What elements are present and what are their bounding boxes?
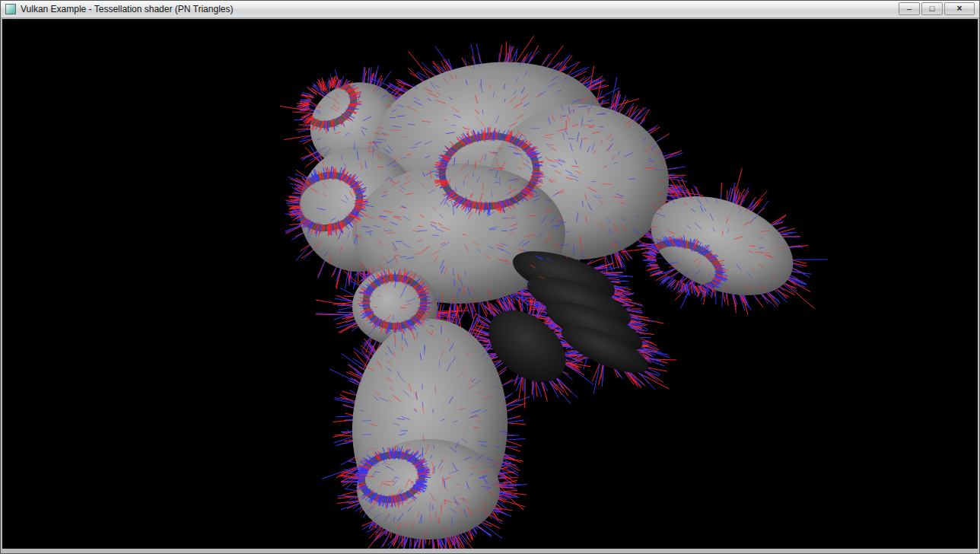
render-viewport[interactable] <box>2 19 978 549</box>
title-bar[interactable]: Vulkan Example - Tessellation shader (PN… <box>1 1 979 18</box>
minimize-button[interactable]: – <box>899 2 920 15</box>
render-client-area <box>2 19 978 549</box>
app-icon[interactable] <box>5 4 16 14</box>
caption-buttons: – □ × <box>897 2 975 15</box>
app-window: Vulkan Example - Tessellation shader (PN… <box>0 0 980 554</box>
window-title: Vulkan Example - Tessellation shader (PN… <box>21 1 976 18</box>
minimize-icon: – <box>907 5 912 13</box>
maximize-icon: □ <box>930 5 935 13</box>
close-button[interactable]: × <box>944 2 975 15</box>
maximize-button[interactable]: □ <box>921 2 943 15</box>
close-icon: × <box>956 5 962 13</box>
